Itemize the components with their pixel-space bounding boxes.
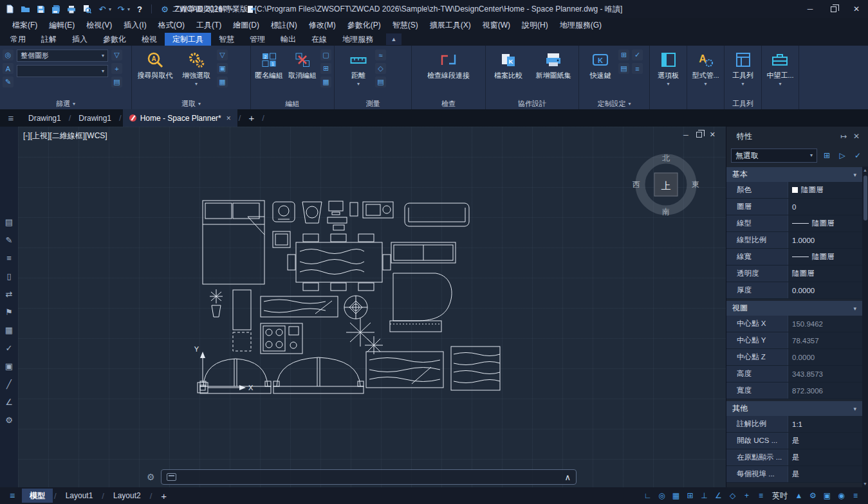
- group-manager-icon[interactable]: ▦: [320, 76, 331, 87]
- command-expand-icon[interactable]: ∧: [564, 473, 571, 482]
- file-compare-button[interactable]: K 檔案比較: [489, 48, 528, 98]
- ucs-status-icon[interactable]: ∟: [642, 490, 654, 502]
- select-objects-icon[interactable]: ▷: [836, 150, 848, 161]
- text-filter-icon[interactable]: A: [3, 63, 14, 74]
- swap-icon[interactable]: ⇄: [3, 287, 15, 300]
- tab-menu-icon[interactable]: ≡: [0, 113, 22, 123]
- menu-item[interactable]: 插入(I): [118, 18, 152, 32]
- list-view-icon[interactable]: ≡: [3, 251, 15, 264]
- menu-item[interactable]: 修改(M): [303, 18, 342, 32]
- scroll-down-icon[interactable]: ▼: [862, 480, 868, 487]
- menu-icon[interactable]: ≡: [849, 490, 862, 502]
- alias-icon[interactable]: ⊞: [618, 50, 629, 60]
- property-value[interactable]: 是: [788, 433, 862, 449]
- panel-label-select[interactable]: 選取▾: [132, 98, 250, 109]
- filter-value-dropdown[interactable]: ▾: [17, 65, 108, 77]
- menu-item[interactable]: 參數化(P): [342, 18, 387, 32]
- add-filter-icon[interactable]: +: [111, 63, 122, 74]
- open-folder-icon[interactable]: [19, 3, 31, 15]
- select-similar-icon[interactable]: ▣: [217, 63, 228, 74]
- group-edit-icon[interactable]: ▢: [320, 50, 331, 60]
- minimize-button[interactable]: ─: [799, 0, 822, 18]
- compass-east[interactable]: 東: [692, 180, 699, 189]
- panel-label-customize[interactable]: 定制設定▾: [579, 98, 649, 109]
- chevron-down-icon[interactable]: ▾: [109, 6, 111, 12]
- hotkey-button[interactable]: K 快速鍵: [584, 48, 616, 98]
- compass-south[interactable]: 南: [662, 207, 670, 216]
- property-value[interactable]: 隨圖層: [788, 215, 862, 231]
- property-value[interactable]: 150.9462: [788, 316, 862, 332]
- new-file-icon[interactable]: [4, 3, 15, 15]
- viewport-icon[interactable]: ▣: [3, 359, 15, 372]
- menu-item[interactable]: 擴展工具(X): [424, 18, 477, 32]
- edit-block-icon[interactable]: ✎: [3, 233, 15, 246]
- property-value[interactable]: 是: [788, 466, 862, 482]
- scroll-up-icon[interactable]: ▲: [862, 166, 868, 174]
- property-value[interactable]: 0.0000: [788, 282, 862, 298]
- viewport-restore-icon[interactable]: [696, 131, 702, 139]
- ribbon-tab[interactable]: 地理服務: [335, 33, 381, 46]
- chat-icon[interactable]: ◉: [835, 490, 847, 502]
- compass-north[interactable]: 北: [662, 154, 670, 163]
- viewport-minimize-icon[interactable]: ─: [683, 131, 688, 139]
- funnel-icon[interactable]: ▽: [111, 50, 122, 60]
- layout-tab[interactable]: 模型 /: [22, 489, 58, 503]
- new-sheet-set-button[interactable]: 新增圖紙集: [531, 48, 575, 98]
- panel-label-group[interactable]: 編組: [251, 98, 334, 109]
- menu-item[interactable]: 繪圖(D): [227, 18, 265, 32]
- workspace-switcher[interactable]: ⚙ 二維草圖與註解 ▾: [160, 3, 233, 15]
- select-cursor-icon[interactable]: ◎: [3, 50, 14, 60]
- compass-west[interactable]: 西: [633, 180, 640, 189]
- undo-icon[interactable]: ↶: [97, 3, 108, 15]
- save-as-icon[interactable]: [50, 3, 62, 15]
- section-icon[interactable]: ▯: [3, 269, 15, 282]
- menu-item[interactable]: 標註(N): [265, 18, 303, 32]
- workspace-gear-icon[interactable]: ⚙: [807, 490, 819, 502]
- toolbar-button[interactable]: 工具列 ▾: [732, 48, 753, 98]
- property-value[interactable]: 隨圖層: [788, 182, 862, 198]
- layout-tab[interactable]: Layout1 /: [58, 489, 106, 503]
- snap-icon[interactable]: ⊞: [684, 490, 696, 502]
- scrollbar-thumb[interactable]: [863, 176, 867, 221]
- panel-label-inspect[interactable]: 檢查: [412, 98, 485, 109]
- check-segment-button[interactable]: 檢查線段連接: [416, 48, 481, 98]
- grid-icon[interactable]: ▦: [670, 490, 682, 502]
- property-value[interactable]: 872.3006: [788, 382, 862, 399]
- panel-label-toolbar[interactable]: 工具列: [725, 98, 761, 109]
- block-icon[interactable]: ▦: [3, 323, 15, 336]
- close-tab-icon[interactable]: ×: [226, 114, 231, 123]
- close-button[interactable]: ✕: [845, 0, 868, 18]
- list-icon[interactable]: ≡: [632, 63, 643, 74]
- ribbon-tab[interactable]: 管理: [242, 33, 273, 46]
- auto-hide-icon[interactable]: ↦: [837, 132, 850, 141]
- model-space-icon[interactable]: ◎: [656, 490, 668, 502]
- osnap-icon[interactable]: ◇: [726, 490, 739, 502]
- property-value[interactable]: 78.4357: [788, 332, 862, 348]
- model-space-drawing[interactable]: Y X 上 北 南 西 東: [18, 127, 726, 487]
- polar-icon[interactable]: ∠: [712, 490, 725, 502]
- menu-item[interactable]: 檔案(F): [6, 18, 43, 32]
- menu-item[interactable]: 地理服務(G): [554, 18, 607, 32]
- panel-label-collab[interactable]: 協作設計: [486, 98, 578, 109]
- funnel-icon[interactable]: ▽: [217, 50, 228, 60]
- property-section-header[interactable]: 基本▾: [726, 167, 862, 182]
- chevron-down-icon[interactable]: ▾: [127, 6, 130, 12]
- property-value[interactable]: 1.0000: [788, 232, 862, 248]
- check-icon[interactable]: ✓: [3, 341, 15, 354]
- edit-filter-icon[interactable]: ✎: [3, 76, 14, 87]
- match-properties-icon[interactable]: ▤: [3, 215, 15, 228]
- flag-icon[interactable]: ⚑: [3, 305, 15, 318]
- property-value[interactable]: 1:1: [788, 416, 862, 432]
- ribbon-tab[interactable]: 插入: [64, 33, 95, 46]
- ungroup-button[interactable]: 取消編組: [286, 48, 319, 98]
- settings-icon[interactable]: ⚙: [3, 413, 15, 426]
- menu-item[interactable]: 工具(T): [190, 18, 227, 32]
- lineweight-icon[interactable]: ≡: [755, 490, 767, 502]
- panel-label-filter[interactable]: 篩選▾: [0, 98, 131, 109]
- scrollbar[interactable]: ▲ ▼: [862, 166, 868, 487]
- pickadd-toggle-icon[interactable]: ⊞: [821, 150, 833, 161]
- quick-select-icon[interactable]: ✓: [852, 150, 863, 161]
- ribbon-collapse-icon[interactable]: ▲: [386, 33, 402, 45]
- enhanced-select-button[interactable]: 增強選取 ▾: [178, 48, 215, 98]
- menu-item[interactable]: 說明(H): [516, 18, 554, 32]
